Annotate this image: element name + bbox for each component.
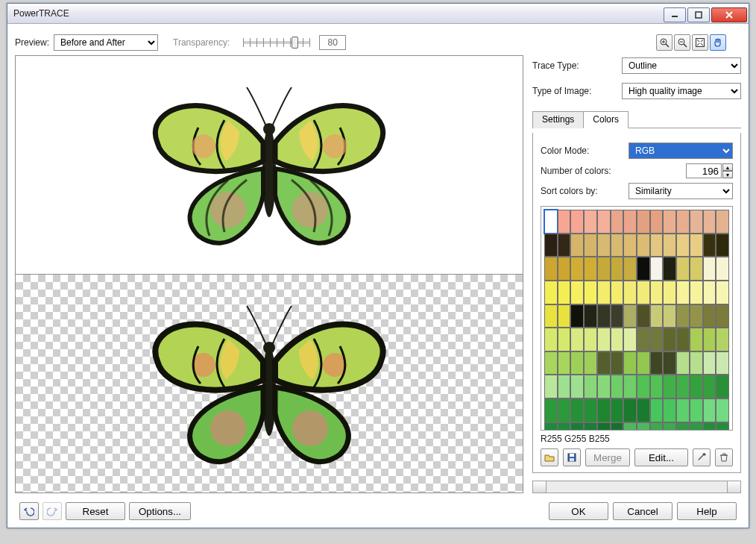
swatch[interactable] [597,210,611,234]
swatch[interactable] [558,281,571,304]
swatch[interactable] [716,234,729,257]
swatch[interactable] [690,328,703,351]
num-colors-input[interactable] [686,163,722,178]
swatch[interactable] [676,210,690,234]
swatch[interactable] [650,398,664,422]
swatch[interactable] [623,422,637,431]
swatch[interactable] [544,234,558,257]
swatch[interactable] [663,328,676,351]
swatch[interactable] [597,257,611,281]
swatch[interactable] [637,257,650,281]
swatch[interactable] [611,304,624,328]
swatch[interactable] [623,234,637,257]
swatch[interactable] [597,351,611,375]
swatch[interactable] [663,210,676,234]
swatch[interactable] [676,328,690,351]
swatch[interactable] [650,328,664,351]
swatch[interactable] [663,234,676,257]
swatch[interactable] [597,234,611,257]
swatch[interactable] [703,328,716,351]
swatch[interactable] [544,398,558,422]
swatch[interactable] [597,281,611,304]
swatch[interactable] [623,351,637,375]
eyedropper-icon[interactable] [693,448,711,466]
minimize-button[interactable] [664,7,686,22]
swatch[interactable] [544,304,558,328]
swatch[interactable] [597,328,611,351]
swatch[interactable] [611,257,624,281]
fit-icon[interactable] [692,34,708,51]
swatch[interactable] [570,304,584,328]
tab-colors[interactable]: Colors [583,111,629,128]
swatch[interactable] [676,281,690,304]
swatch[interactable] [690,281,703,304]
swatch[interactable] [650,304,664,328]
swatch[interactable] [637,281,650,304]
swatch[interactable] [558,351,571,375]
swatch[interactable] [650,422,664,431]
num-colors-spin[interactable]: ▲ ▼ [686,163,733,178]
swatch[interactable] [611,398,624,422]
swatch[interactable] [663,257,676,281]
swatch[interactable] [716,375,729,398]
swatch[interactable] [570,210,584,234]
swatch[interactable] [558,210,571,234]
swatch[interactable] [570,398,584,422]
swatch[interactable] [623,281,637,304]
swatch[interactable] [611,375,624,398]
swatch[interactable] [650,375,664,398]
swatch[interactable] [690,351,703,375]
reset-button[interactable]: Reset [66,502,125,520]
swatch[interactable] [611,422,624,431]
swatch[interactable] [558,304,571,328]
swatch[interactable] [650,281,664,304]
swatch[interactable] [637,422,650,431]
swatch[interactable] [703,422,716,431]
ok-button[interactable]: OK [549,502,608,520]
swatch[interactable] [570,234,584,257]
trace-type-select[interactable]: OutlineCenterline [622,57,741,74]
swatch[interactable] [558,257,571,281]
swatch[interactable] [544,422,558,431]
swatch[interactable] [650,210,664,234]
swatch[interactable] [611,281,624,304]
slider-thumb[interactable] [292,37,298,49]
before-view[interactable] [16,56,523,275]
swatch[interactable] [584,422,597,431]
swatch[interactable] [690,422,703,431]
swatch[interactable] [650,351,664,375]
swatch[interactable] [650,257,664,281]
sort-select[interactable]: SimilarityHueFrequency [629,183,733,199]
swatch[interactable] [623,210,637,234]
swatch[interactable] [544,281,558,304]
swatch[interactable] [544,210,558,234]
swatch[interactable] [584,257,597,281]
swatch[interactable] [676,375,690,398]
swatch[interactable] [597,375,611,398]
swatch[interactable] [584,351,597,375]
swatch[interactable] [716,304,729,328]
swatch[interactable] [690,257,703,281]
swatch[interactable] [690,398,703,422]
swatch[interactable] [570,281,584,304]
swatch[interactable] [597,422,611,431]
color-mode-select[interactable]: RGBCMYKGrayscaleBlack and WhitePaletted [629,143,733,159]
swatch[interactable] [716,210,729,234]
swatch[interactable] [663,398,676,422]
help-button[interactable]: Help [677,502,737,520]
swatch[interactable] [584,234,597,257]
swatch[interactable] [703,375,716,398]
maximize-button[interactable] [687,7,710,22]
swatch[interactable] [637,234,650,257]
swatch[interactable] [623,304,637,328]
swatch[interactable] [544,328,558,351]
swatch[interactable] [690,234,703,257]
swatch[interactable] [676,422,690,431]
swatch[interactable] [716,328,729,351]
num-colors-up[interactable]: ▲ [722,163,733,171]
swatch[interactable] [623,375,637,398]
swatch[interactable] [611,210,624,234]
swatch[interactable] [663,304,676,328]
swatch[interactable] [703,234,716,257]
swatch[interactable] [623,257,637,281]
